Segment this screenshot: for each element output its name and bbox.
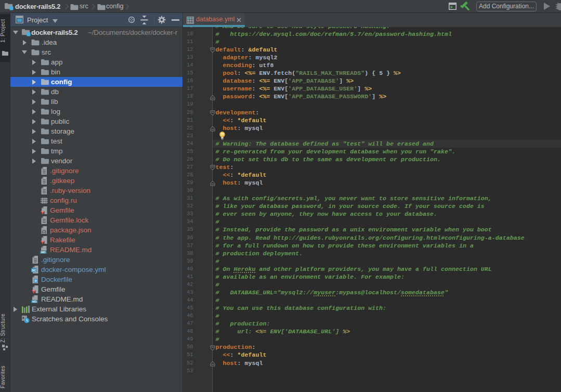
svg-text:MD: MD — [41, 251, 46, 254]
svg-text:MD: MD — [32, 300, 37, 303]
svg-text:D: D — [34, 279, 37, 282]
svg-text:DC: DC — [32, 269, 36, 272]
